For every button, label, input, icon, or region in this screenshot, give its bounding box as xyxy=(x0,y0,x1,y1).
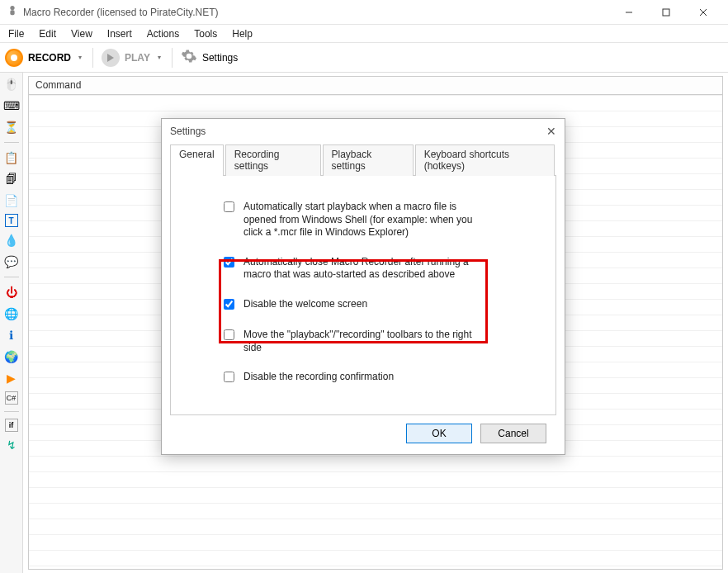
menu-edit[interactable]: Edit xyxy=(39,28,56,40)
shutdown-icon[interactable]: ⏻ xyxy=(3,284,20,301)
menu-bar: File Edit View Insert Actions Tools Help xyxy=(0,25,728,43)
menu-file[interactable]: File xyxy=(8,28,24,40)
menu-view[interactable]: View xyxy=(71,28,92,40)
info-icon[interactable]: ℹ xyxy=(3,327,20,343)
opt-disable-welcome-label: Disable the welcome screen xyxy=(243,298,367,311)
dialog-close-button[interactable]: ✕ xyxy=(546,125,556,138)
record-dropdown[interactable]: ▾ xyxy=(76,54,84,61)
timer-icon[interactable]: ⏳ xyxy=(3,119,20,135)
opt-autoclose-label: Automatically close Macro Recorder after… xyxy=(243,256,491,282)
window-title: Macro Recorder (licensed to PirateCity.N… xyxy=(23,7,219,18)
play-circle-icon[interactable]: ▶ xyxy=(3,370,20,386)
maximize-button[interactable] xyxy=(647,0,684,25)
menu-actions[interactable]: Actions xyxy=(147,28,179,40)
opt-move-toolbars-checkbox[interactable] xyxy=(224,329,234,340)
branch-icon[interactable]: ↯ xyxy=(3,437,20,453)
settings-button[interactable]: Settings xyxy=(202,52,238,64)
menu-insert[interactable]: Insert xyxy=(107,28,132,40)
ok-button[interactable]: OK xyxy=(406,424,472,443)
csharp-icon[interactable]: C# xyxy=(5,391,18,405)
opt-disable-confirm-checkbox[interactable] xyxy=(224,372,234,382)
menu-help[interactable]: Help xyxy=(232,28,253,40)
tab-playback[interactable]: Playback settings xyxy=(323,144,414,176)
opt-autostart-playback-checkbox[interactable] xyxy=(224,201,234,212)
grid-header-command[interactable]: Command xyxy=(29,77,722,95)
tab-recording[interactable]: Recording settings xyxy=(225,144,321,176)
globe-run-icon[interactable]: 🌍 xyxy=(3,348,20,365)
app-icon xyxy=(7,5,18,19)
globe-icon[interactable]: 🌐 xyxy=(3,305,20,322)
opt-disable-confirm-label: Disable the recording confirmation xyxy=(243,371,394,384)
svg-point-0 xyxy=(10,6,14,10)
play-button[interactable]: PLAY xyxy=(125,52,150,64)
keyboard-icon[interactable]: ⌨ xyxy=(3,97,20,114)
svg-rect-1 xyxy=(10,10,14,15)
if-icon[interactable]: if xyxy=(5,419,18,432)
window-titlebar: Macro Recorder (licensed to PirateCity.N… xyxy=(0,0,728,25)
menu-tools[interactable]: Tools xyxy=(194,28,217,40)
left-toolbox: 🖱️ ⌨ ⏳ 📋 🗐 📄 T 💧 💬 ⏻ 🌐 ℹ 🌍 ▶ C# if ↯ xyxy=(0,73,23,573)
message-icon[interactable]: 💬 xyxy=(3,253,20,270)
record-icon[interactable] xyxy=(5,49,23,67)
svg-rect-3 xyxy=(663,9,669,16)
opt-disable-welcome-checkbox[interactable] xyxy=(224,299,234,310)
copy-icon[interactable]: 🗐 xyxy=(3,171,20,187)
paste-icon[interactable]: 📋 xyxy=(3,149,20,166)
gear-icon[interactable] xyxy=(181,48,197,67)
dialog-title: Settings xyxy=(170,125,206,137)
close-button[interactable] xyxy=(684,0,721,25)
text-icon[interactable]: T xyxy=(5,214,18,227)
settings-dialog: Settings ✕ General Recording settings Pl… xyxy=(161,118,565,455)
record-button[interactable]: RECORD xyxy=(28,52,71,64)
opt-autostart-playback-label: Automatically start playback when a macr… xyxy=(243,201,491,239)
minimize-button[interactable] xyxy=(610,0,647,25)
color-picker-icon[interactable]: 💧 xyxy=(3,232,20,249)
main-toolbar: RECORD ▾ PLAY ▾ Settings xyxy=(0,43,728,73)
settings-tabs: General Recording settings Playback sett… xyxy=(170,144,556,176)
tab-panel-general: Automatically start playback when a macr… xyxy=(170,176,556,415)
play-icon[interactable] xyxy=(102,49,120,67)
cancel-button[interactable]: Cancel xyxy=(480,424,546,443)
dialog-titlebar: Settings ✕ xyxy=(162,119,565,144)
opt-move-toolbars-label: Move the "playback"/"recording" toolbars… xyxy=(243,329,491,354)
opt-autoclose-checkbox[interactable] xyxy=(224,257,234,268)
play-dropdown[interactable]: ▾ xyxy=(155,54,163,61)
tab-hotkeys[interactable]: Keyboard shortcuts (hotkeys) xyxy=(415,144,555,176)
tab-general[interactable]: General xyxy=(170,144,224,176)
mouse-icon[interactable]: 🖱️ xyxy=(3,76,20,92)
clipboard-icon[interactable]: 📄 xyxy=(3,192,20,209)
